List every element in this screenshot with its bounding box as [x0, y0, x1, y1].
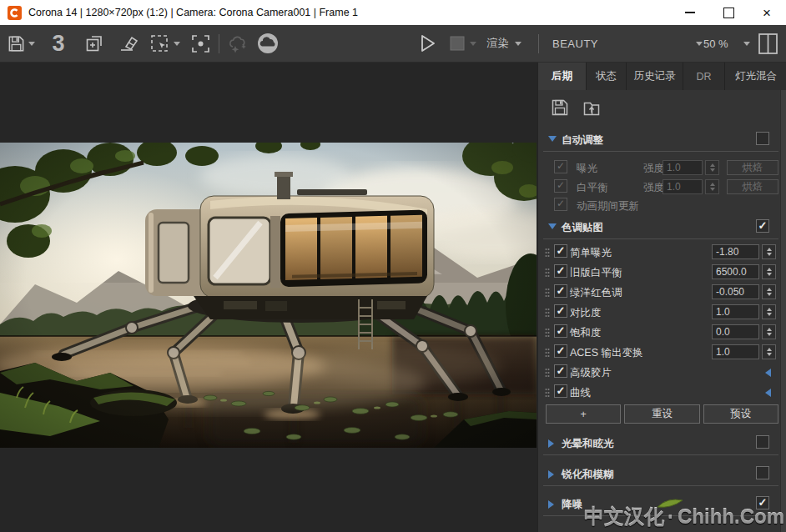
- close-button[interactable]: ×: [748, 0, 786, 25]
- maximize-button[interactable]: [709, 0, 748, 25]
- expand-arrow-icon[interactable]: [548, 439, 554, 448]
- tab-lightmix-label: 灯光混合: [735, 69, 777, 83]
- expand-arrow-icon[interactable]: [548, 470, 554, 479]
- legacy-whitebalance-checkbox[interactable]: [554, 264, 567, 278]
- drag-handle[interactable]: [545, 288, 550, 297]
- vfb-side-panel: 后期 状态 历史记录 DR 灯光混合: [537, 63, 786, 532]
- region-dropdown-arrow-icon[interactable]: [174, 42, 180, 46]
- tone-mapping-checkbox[interactable]: [756, 219, 769, 233]
- strength-label: 强度: [643, 181, 664, 195]
- render-viewport[interactable]: [0, 63, 537, 532]
- auto-adjust-checkbox[interactable]: [756, 132, 769, 145]
- section-underline: [543, 485, 778, 486]
- expand-left-arrow-icon[interactable]: [765, 369, 771, 377]
- operator-label: 对比度: [570, 306, 602, 320]
- zoom-select[interactable]: 50 %: [703, 25, 750, 62]
- simple-exposure-checkbox[interactable]: [554, 244, 567, 258]
- zoom-arrow-icon: [743, 42, 750, 46]
- section-bloom-glare[interactable]: 光晕和眩光: [538, 435, 781, 452]
- aces-field[interactable]: 1.0: [712, 344, 759, 359]
- expand-left-arrow-icon[interactable]: [765, 389, 771, 397]
- chaos-cloud-icon: [256, 32, 280, 55]
- simple-exposure-spinner[interactable]: [762, 244, 776, 259]
- channel-select[interactable]: BEAUTY: [549, 25, 706, 62]
- drag-handle[interactable]: [545, 388, 550, 397]
- operator-label: 简单曝光: [570, 246, 612, 260]
- save-dropdown-arrow-icon[interactable]: [28, 42, 35, 46]
- contrast-field[interactable]: 1.0: [712, 304, 759, 319]
- clear-image-button[interactable]: [115, 25, 142, 62]
- tab-stats[interactable]: 状态: [587, 63, 627, 90]
- start-render-button[interactable]: [414, 25, 441, 62]
- row-contrast: 对比度 1.0: [538, 304, 781, 321]
- curves-checkbox[interactable]: [554, 384, 567, 398]
- tab-lightmix[interactable]: 灯光混合: [725, 63, 786, 90]
- chaos-cloud-button[interactable]: [253, 25, 283, 62]
- duplicate-viewport-button[interactable]: [81, 25, 108, 62]
- reset-button[interactable]: 重设: [624, 404, 699, 424]
- saturation-spinner[interactable]: [762, 324, 776, 339]
- drag-handle[interactable]: [545, 248, 550, 257]
- contrast-checkbox[interactable]: [554, 304, 567, 318]
- minimize-button[interactable]: [671, 0, 709, 25]
- channel-arrow-icon: [696, 42, 703, 46]
- drag-handle[interactable]: [545, 328, 550, 337]
- play-icon: [416, 33, 438, 54]
- green-magenta-field[interactable]: -0.050: [712, 284, 759, 299]
- update-anim-checkbox[interactable]: [554, 198, 567, 211]
- render-region-button[interactable]: [147, 25, 182, 62]
- render-mode-button[interactable]: 渲染: [484, 25, 524, 62]
- section-title: 锐化和模糊: [562, 468, 614, 482]
- saturation-checkbox[interactable]: [554, 324, 567, 338]
- section-denoise[interactable]: 降噪: [538, 496, 781, 513]
- section-auto-adjust[interactable]: 自动调整: [538, 132, 781, 148]
- render-mode-arrow-icon: [515, 42, 521, 46]
- add-operator-button[interactable]: +: [546, 404, 621, 424]
- drag-handle[interactable]: [545, 308, 550, 317]
- exposure-strength-field[interactable]: 1.0: [663, 160, 703, 175]
- tab-dr[interactable]: DR: [683, 63, 725, 90]
- denoise-checkbox[interactable]: [756, 496, 769, 509]
- tab-history[interactable]: 历史记录: [627, 63, 683, 90]
- drag-handle[interactable]: [545, 268, 550, 277]
- whitebalance-strength-field[interactable]: 1.0: [663, 179, 703, 194]
- collapse-arrow-icon[interactable]: [548, 136, 557, 142]
- history-slot-button[interactable]: 3: [46, 25, 71, 62]
- exposure-auto-checkbox[interactable]: [554, 160, 567, 173]
- collapse-arrow-icon[interactable]: [548, 223, 557, 229]
- bake-whitebalance-button[interactable]: 烘焙: [727, 179, 778, 194]
- section-underline: [543, 151, 778, 152]
- saturation-field[interactable]: 0.0: [712, 324, 759, 339]
- load-config-button[interactable]: [582, 98, 602, 121]
- save-config-button[interactable]: [550, 98, 570, 121]
- advanced-filmic-checkbox[interactable]: [554, 364, 567, 378]
- exposure-strength-spinner[interactable]: [705, 160, 719, 175]
- aces-checkbox[interactable]: [554, 344, 567, 358]
- panel-scrollbar[interactable]: [780, 90, 786, 532]
- save-image-button[interactable]: [7, 25, 35, 62]
- cloud-sync-button[interactable]: [224, 25, 252, 62]
- drag-handle[interactable]: [545, 368, 550, 377]
- whitebalance-auto-checkbox[interactable]: [554, 179, 567, 193]
- drag-handle[interactable]: [545, 348, 550, 357]
- green-magenta-spinner[interactable]: [762, 284, 776, 299]
- sharpen-blur-checkbox[interactable]: [756, 466, 769, 479]
- bloom-glare-checkbox[interactable]: [756, 435, 769, 449]
- ab-compare-button[interactable]: [753, 25, 782, 62]
- section-tone-mapping[interactable]: 色调贴图: [538, 219, 781, 236]
- render-focus-button[interactable]: [186, 25, 214, 62]
- section-sharpen-blur[interactable]: 锐化和模糊: [538, 466, 781, 483]
- legacy-whitebalance-spinner[interactable]: [762, 264, 776, 279]
- simple-exposure-field[interactable]: -1.80: [712, 244, 759, 259]
- legacy-whitebalance-field[interactable]: 6500.0: [712, 264, 759, 279]
- expand-arrow-icon[interactable]: [548, 500, 554, 509]
- aces-spinner[interactable]: [762, 344, 776, 359]
- tab-post[interactable]: 后期: [538, 63, 587, 90]
- whitebalance-strength-spinner[interactable]: [705, 179, 719, 194]
- bake-exposure-button[interactable]: 烘焙: [727, 160, 778, 175]
- green-magenta-checkbox[interactable]: [554, 284, 567, 298]
- stop-render-button[interactable]: [446, 25, 479, 62]
- tab-post-label: 后期: [552, 69, 572, 83]
- contrast-spinner[interactable]: [762, 304, 776, 319]
- presets-button[interactable]: 预设: [703, 404, 778, 424]
